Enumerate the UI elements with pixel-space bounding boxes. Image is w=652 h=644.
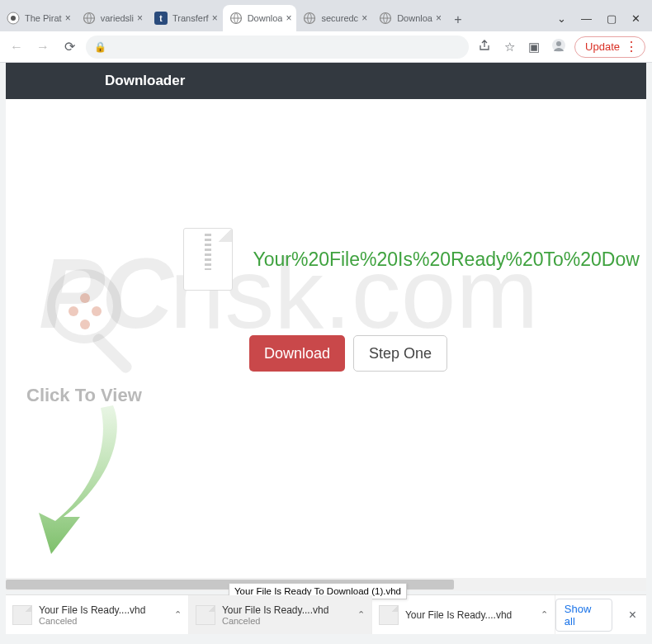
svg-point-9 — [556, 41, 561, 46]
browser-tab[interactable]: securedc × — [296, 5, 372, 31]
download-button[interactable]: Download — [249, 335, 345, 372]
click-to-view-label: Click To View — [26, 385, 142, 406]
page-header: Downloader — [6, 63, 646, 99]
reload-button[interactable]: ⟳ — [59, 37, 79, 57]
new-tab-button[interactable]: + — [446, 8, 470, 31]
download-item[interactable]: Your File Is Ready....vhd Canceled ⌃ — [189, 595, 372, 634]
chevron-down-icon[interactable]: ⌄ — [557, 12, 566, 25]
update-label: Update — [585, 40, 620, 53]
bug-icon — [64, 290, 105, 331]
tab-title: Downloa — [397, 13, 432, 23]
minimize-icon[interactable]: — — [581, 12, 592, 25]
magnifier-icon — [47, 269, 146, 368]
tab-title: Transferf — [172, 13, 209, 23]
close-icon[interactable]: × — [436, 12, 442, 24]
profile-icon[interactable] — [550, 38, 568, 55]
browser-tab[interactable]: The Pirat × — [0, 5, 76, 31]
tab-title: securedc — [321, 13, 358, 23]
close-shelf-icon[interactable]: × — [619, 608, 646, 623]
address-bar[interactable]: 🔒 — [86, 36, 469, 59]
close-icon[interactable]: × — [137, 12, 143, 24]
forward-button: → — [33, 37, 53, 57]
downloads-shelf: Your File Is Ready To Download (1).vhd Y… — [6, 594, 646, 634]
tab-title: Downloa — [248, 13, 283, 23]
globe-icon — [379, 12, 392, 25]
browser-tab-active[interactable]: Downloa × — [223, 5, 297, 31]
file-icon — [196, 605, 215, 625]
download-filename: Your File Is Ready....vhd — [405, 609, 534, 621]
close-icon[interactable]: × — [65, 12, 71, 24]
zip-file-icon — [183, 228, 233, 291]
browser-toolbar: ← → ⟳ 🔒 ☆ ▣ Update ⋮ — [0, 31, 652, 63]
lock-icon: 🔒 — [94, 41, 106, 53]
download-item[interactable]: Your File Is Ready....vhd Canceled ⌃ — [6, 595, 189, 634]
main-content: Your%20File%20Is%20Ready%20To%20Dow — [183, 228, 646, 291]
download-filename: Your File Is Ready....vhd — [222, 604, 351, 616]
maximize-icon[interactable]: ▢ — [607, 12, 617, 25]
favicon-icon: t — [154, 12, 168, 25]
globe-icon — [83, 12, 96, 25]
menu-dots-icon: ⋮ — [625, 40, 638, 54]
browser-tab[interactable]: Downloa × — [372, 5, 446, 31]
extensions-icon[interactable]: ▣ — [525, 40, 543, 54]
download-status: Canceled — [39, 616, 168, 626]
close-window-icon[interactable]: ✕ — [631, 12, 640, 25]
page-viewport: Downloader PCrisk.com Your%20File%20Is%2… — [6, 63, 646, 591]
tab-title: The Pirat — [25, 13, 62, 23]
show-all-button[interactable]: Show all — [555, 599, 612, 632]
favicon-icon — [7, 12, 20, 25]
svg-point-1 — [11, 16, 16, 21]
browser-tab[interactable]: variedsli × — [76, 5, 148, 31]
share-icon[interactable] — [475, 39, 494, 54]
page-title: Downloader — [105, 73, 185, 89]
tab-title: variedsli — [101, 13, 134, 23]
bookmark-icon[interactable]: ☆ — [500, 40, 518, 54]
ready-message: Your%20File%20Is%20Ready%20To%20Dow — [253, 249, 639, 270]
file-icon — [379, 605, 399, 625]
download-filename: Your File Is Ready....vhd — [39, 604, 168, 616]
close-icon[interactable]: × — [361, 12, 367, 24]
chevron-up-icon[interactable]: ⌃ — [174, 609, 182, 620]
close-icon[interactable]: × — [286, 12, 291, 24]
arrow-down-icon — [35, 401, 134, 566]
back-button[interactable]: ← — [7, 37, 26, 57]
download-item[interactable]: Your File Is Ready....vhd ⌃ — [372, 595, 555, 634]
browser-tab[interactable]: t Transferf × — [148, 5, 223, 31]
chevron-up-icon[interactable]: ⌃ — [541, 609, 548, 620]
browser-titlebar: The Pirat × variedsli × t Transferf × Do… — [0, 0, 652, 31]
download-status: Canceled — [222, 616, 351, 626]
close-icon[interactable]: × — [212, 12, 218, 24]
update-button[interactable]: Update ⋮ — [574, 36, 645, 58]
globe-icon — [229, 12, 243, 25]
file-icon — [12, 605, 32, 625]
globe-icon — [303, 12, 316, 25]
chevron-up-icon[interactable]: ⌃ — [357, 609, 365, 620]
step-one-button[interactable]: Step One — [353, 335, 447, 372]
